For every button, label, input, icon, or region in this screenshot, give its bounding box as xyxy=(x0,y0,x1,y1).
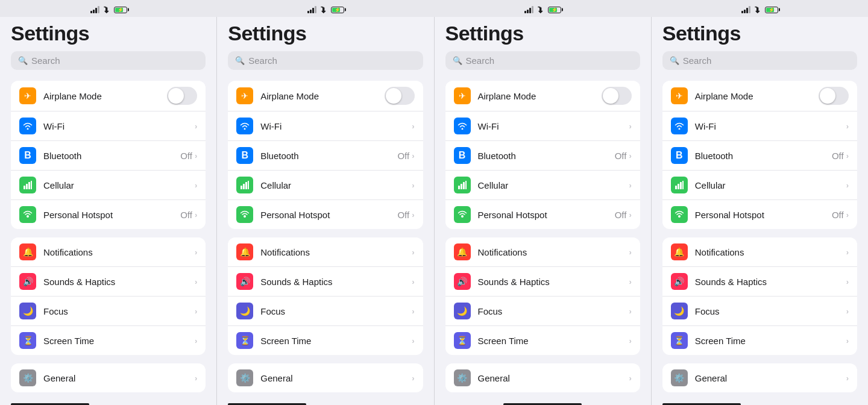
search-bar-1[interactable]: 🔍 Search xyxy=(11,51,206,70)
bluetooth-chevron-3: › xyxy=(629,151,631,160)
focus-label-1: Focus xyxy=(43,306,195,316)
cellular-label-3: Cellular xyxy=(478,180,629,190)
search-bar-4[interactable]: 🔍 Search xyxy=(662,51,857,70)
wifi-status-icon-2: ⮯ xyxy=(319,5,328,14)
screentime-label-1: Screen Time xyxy=(43,336,195,346)
airplane-mode-row-3[interactable]: ✈ Airplane Mode xyxy=(445,81,640,111)
airplane-mode-icon-2: ✈ xyxy=(236,87,253,104)
wifi-label-3: Wi-Fi xyxy=(478,121,629,131)
screentime-row-2[interactable]: ⏳ Screen Time › xyxy=(228,326,423,355)
hotspot-label-2: Personal Hotspot xyxy=(260,210,397,220)
notifications-row-1[interactable]: 🔔 Notifications › xyxy=(11,237,206,267)
screentime-row-1[interactable]: ⏳ Screen Time › xyxy=(11,326,206,355)
bluetooth-row-4[interactable]: B Bluetooth Off › xyxy=(662,141,857,171)
notifications-row-4[interactable]: 🔔 Notifications › xyxy=(662,237,857,267)
focus-chevron-1: › xyxy=(195,307,197,316)
notifications-chevron-1: › xyxy=(195,248,197,257)
general-label-4: General xyxy=(695,373,846,383)
wifi-icon-4 xyxy=(671,118,688,134)
bluetooth-chevron-2: › xyxy=(412,151,414,160)
airplane-mode-toggle-1[interactable] xyxy=(167,87,197,105)
cellular-icon-3 xyxy=(454,177,471,193)
general-row-4[interactable]: ⚙️ General › xyxy=(662,363,857,392)
screentime-label-2: Screen Time xyxy=(260,336,412,346)
airplane-mode-toggle-3[interactable] xyxy=(602,87,632,105)
search-bar-3[interactable]: 🔍 Search xyxy=(445,51,640,70)
wifi-chevron-3: › xyxy=(629,122,631,131)
svg-rect-3 xyxy=(31,181,32,189)
cellular-chevron-3: › xyxy=(629,181,631,190)
search-placeholder-1: Search xyxy=(31,55,60,66)
cellular-row-1[interactable]: Cellular › xyxy=(11,171,206,200)
cellular-row-2[interactable]: Cellular › xyxy=(228,171,423,200)
svg-point-19 xyxy=(678,215,681,218)
status-indicators-2: ⮯ ⚡ xyxy=(307,5,344,14)
cellular-row-4[interactable]: Cellular › xyxy=(662,171,857,200)
battery-icon-2: ⚡ xyxy=(331,7,344,13)
hotspot-icon-4 xyxy=(671,206,688,223)
airplane-mode-toggle-4[interactable] xyxy=(819,87,849,105)
battery-icon-1: ⚡ xyxy=(114,7,127,13)
focus-row-2[interactable]: 🌙 Focus › xyxy=(228,297,423,326)
bluetooth-row-1[interactable]: B Bluetooth Off › xyxy=(11,141,206,171)
airplane-mode-toggle-2[interactable] xyxy=(385,87,415,105)
focus-icon-2: 🌙 xyxy=(236,303,253,319)
general-row-3[interactable]: ⚙️ General › xyxy=(445,363,640,392)
bluetooth-value-4: Off xyxy=(832,151,844,161)
bluetooth-row-3[interactable]: B Bluetooth Off › xyxy=(445,141,640,171)
hotspot-row-1[interactable]: Personal Hotspot Off › xyxy=(11,200,206,229)
wifi-chevron-4: › xyxy=(846,122,849,131)
search-icon-3: 🔍 xyxy=(453,56,462,65)
general-chevron-4: › xyxy=(846,374,849,383)
airplane-mode-row-4[interactable]: ✈ Airplane Mode xyxy=(662,81,857,111)
cellular-label-1: Cellular xyxy=(43,180,195,190)
sounds-row-2[interactable]: 🔊 Sounds & Haptics › xyxy=(228,267,423,297)
focus-row-1[interactable]: 🌙 Focus › xyxy=(11,297,206,326)
hotspot-row-4[interactable]: Personal Hotspot Off › xyxy=(662,200,857,229)
notifications-row-3[interactable]: 🔔 Notifications › xyxy=(445,237,640,267)
sounds-label-3: Sounds & Haptics xyxy=(478,277,629,287)
sounds-row-1[interactable]: 🔊 Sounds & Haptics › xyxy=(11,267,206,297)
screentime-row-3[interactable]: ⏳ Screen Time › xyxy=(445,326,640,355)
status-indicators-1: ⮯ ⚡ xyxy=(90,5,127,14)
bluetooth-icon-1: B xyxy=(19,147,36,164)
apps-group-3: 🔔 Notifications › 🔊 Sounds & Haptics › 🌙… xyxy=(445,237,640,355)
signal-bars-4 xyxy=(741,6,750,13)
wifi-row-1[interactable]: Wi-Fi › xyxy=(11,111,206,141)
sounds-icon-1: 🔊 xyxy=(19,273,36,290)
wifi-row-2[interactable]: Wi-Fi › xyxy=(228,111,423,141)
wifi-row-3[interactable]: Wi-Fi › xyxy=(445,111,640,141)
svg-rect-16 xyxy=(678,184,679,189)
notifications-row-2[interactable]: 🔔 Notifications › xyxy=(228,237,423,267)
screentime-label-4: Screen Time xyxy=(695,336,846,346)
search-bar-2[interactable]: 🔍 Search xyxy=(228,51,423,70)
svg-rect-10 xyxy=(458,186,460,189)
screentime-row-4[interactable]: ⏳ Screen Time › xyxy=(662,326,857,355)
cellular-chevron-2: › xyxy=(412,181,414,190)
airplane-mode-row-2[interactable]: ✈ Airplane Mode xyxy=(228,81,423,111)
hotspot-row-3[interactable]: Personal Hotspot Off › xyxy=(445,200,640,229)
general-group-2: ⚙️ General › xyxy=(228,363,423,392)
focus-row-3[interactable]: 🌙 Focus › xyxy=(445,297,640,326)
sounds-row-4[interactable]: 🔊 Sounds & Haptics › xyxy=(662,267,857,297)
wifi-label-1: Wi-Fi xyxy=(43,121,195,131)
general-row-2[interactable]: ⚙️ General › xyxy=(228,363,423,392)
screens-container: Settings 🔍 Search ✈ Airplane Mode Wi-F xyxy=(0,17,868,405)
general-row-1[interactable]: ⚙️ General › xyxy=(11,363,206,392)
focus-row-4[interactable]: 🌙 Focus › xyxy=(662,297,857,326)
sounds-row-3[interactable]: 🔊 Sounds & Haptics › xyxy=(445,267,640,297)
hotspot-icon-3 xyxy=(454,206,471,223)
focus-chevron-2: › xyxy=(412,307,414,316)
cellular-row-3[interactable]: Cellular › xyxy=(445,171,640,200)
general-group-3: ⚙️ General › xyxy=(445,363,640,392)
hotspot-row-2[interactable]: Personal Hotspot Off › xyxy=(228,200,423,229)
svg-rect-5 xyxy=(241,186,242,189)
bluetooth-chevron-1: › xyxy=(195,151,197,160)
airplane-mode-row-1[interactable]: ✈ Airplane Mode xyxy=(11,81,206,111)
focus-icon-1: 🌙 xyxy=(19,303,36,319)
svg-point-4 xyxy=(27,215,29,218)
wifi-row-4[interactable]: Wi-Fi › xyxy=(662,111,857,141)
battery-icon-3: ⚡ xyxy=(548,7,561,13)
search-placeholder-2: Search xyxy=(248,55,277,66)
bluetooth-row-2[interactable]: B Bluetooth Off › xyxy=(228,141,423,171)
